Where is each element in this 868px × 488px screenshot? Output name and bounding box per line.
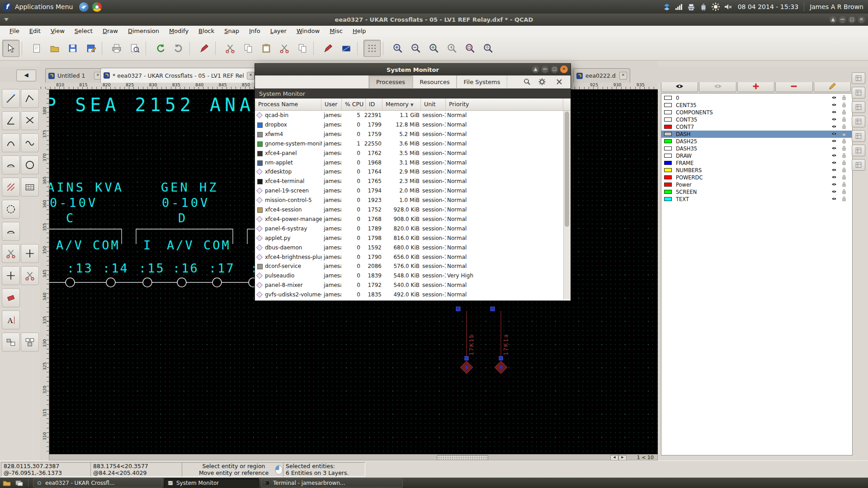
window-menu-icon[interactable] (3, 17, 9, 22)
dock-strip-button[interactable] (852, 116, 865, 127)
cross2-tool-button[interactable] (2, 266, 20, 285)
layer-visible-eye-icon[interactable] (831, 182, 838, 188)
column-header-user[interactable]: User (321, 99, 342, 110)
menu-select[interactable]: Select (70, 27, 98, 35)
menu-modify[interactable]: Modify (164, 27, 193, 35)
thunderbird-launcher-icon[interactable] (79, 2, 89, 12)
menu-dimension[interactable]: Dimension (123, 27, 164, 35)
scrollbar-thumb[interactable] (437, 455, 488, 460)
dock-strip-button[interactable] (852, 145, 865, 156)
menu-block[interactable]: Block (193, 27, 219, 35)
layer-visible-eye-icon[interactable] (831, 160, 838, 166)
column-header-memory[interactable]: Memory ▼ (382, 99, 421, 110)
layer-lock-icon[interactable] (841, 117, 847, 122)
layer-lock-icon[interactable] (841, 95, 847, 101)
save-as-button[interactable] (82, 40, 99, 57)
rect-grid-tool-button[interactable] (21, 178, 39, 197)
previous-view-button[interactable] (443, 40, 461, 57)
process-row[interactable]: panel-19-screenjamesarb017942.0 MiBsessi… (255, 186, 563, 196)
document-tab-3[interactable]: eea0222.dxf✕ (573, 68, 630, 83)
print-button[interactable] (108, 40, 125, 57)
pan-zoom-button[interactable] (480, 40, 497, 57)
redo-button[interactable] (170, 40, 187, 57)
process-row[interactable]: xfdesktopjamesarb017642.9 MiBsession-1.s… (255, 167, 563, 177)
circle-tool-button[interactable] (21, 155, 39, 174)
property-editor-button[interactable] (196, 40, 213, 57)
scroll-left-button[interactable]: ◀ (610, 455, 618, 460)
taskbar-button-2[interactable]: System Monitor (164, 478, 259, 488)
layer-row-text[interactable]: TEXT (661, 196, 852, 203)
system-monitor-window[interactable]: System Monitor ▲ — □ ✕ ProcessesResource… (255, 63, 571, 301)
sysmon-tab-processes[interactable]: Processes (368, 75, 413, 88)
layer-row-cent35[interactable]: CENT35 (661, 102, 852, 109)
layer-row-dash35[interactable]: DASH35 (661, 145, 852, 152)
layer-lock-icon[interactable] (841, 196, 847, 202)
qcad-maximize-button[interactable]: □ (848, 16, 856, 23)
sysmon-close-button[interactable]: ✕ (560, 66, 568, 73)
menu-info[interactable]: Info (244, 27, 265, 35)
menu-draw[interactable]: Draw (98, 27, 123, 35)
cut-button[interactable] (222, 40, 239, 57)
layer-lock-icon[interactable] (841, 131, 847, 137)
process-row[interactable]: panel-6-systrayjamesarb01789820.0 KiBses… (255, 224, 563, 234)
layer-lock-icon[interactable] (841, 153, 847, 159)
layer-visible-eye-icon[interactable] (831, 117, 838, 122)
menu-layer[interactable]: Layer (265, 27, 292, 35)
scroll-right-button[interactable]: ▶ (618, 455, 627, 460)
sysmon-tab-resources[interactable]: Resources (413, 75, 457, 88)
process-row[interactable]: pulseaudiojamesarb01839548.0 KiBsession-… (255, 271, 563, 281)
menu-help[interactable]: Help (348, 27, 371, 35)
dock-strip-button[interactable] (852, 72, 865, 84)
process-row[interactable]: dconf-servicejamesarb02086576.0 KiBsessi… (255, 262, 563, 271)
qcad-window-titlebar[interactable]: eea0327 - UKAR Crossflats - 05 - LV1 REF… (0, 14, 868, 26)
save-file-button[interactable] (64, 40, 81, 57)
network-signal-icon[interactable] (675, 3, 684, 11)
taskbar-button-1[interactable]: eea0327 - UKAR Crossfl... (33, 478, 162, 488)
printer-tray-icon[interactable] (687, 3, 696, 11)
process-row[interactable]: xfwm4jamesarb017595.2 MiBsession-1.sNorm… (255, 130, 563, 139)
process-row[interactable]: mission-control-5jamesarb019231.0 MiBses… (255, 196, 563, 205)
layer-row-power[interactable]: Power (661, 181, 852, 188)
volume-muted-icon[interactable] (723, 3, 732, 11)
sysmon-shade-button[interactable]: ▲ (532, 66, 539, 73)
file-manager-icon[interactable] (1, 479, 12, 487)
column-header-priority[interactable]: Priority (446, 99, 563, 110)
dock-strip-button[interactable] (852, 101, 865, 113)
process-row[interactable]: qcad-binjamesarb5223911.1 GiBsession-1.s… (255, 111, 563, 120)
process-row[interactable]: nm-appletjamesarb019683.1 MiBsession-1.s… (255, 158, 563, 168)
draw-pen-button[interactable] (320, 40, 337, 57)
layer-visible-eye-icon[interactable] (831, 174, 838, 180)
window-zoom-button[interactable] (462, 40, 479, 57)
column-header-cpu[interactable]: % CPU (342, 99, 366, 110)
layer-visible-eye-icon[interactable] (831, 131, 838, 137)
qcad-shade-button[interactable]: ▲ (829, 16, 837, 23)
sysmon-minimize-button[interactable]: — (541, 66, 549, 73)
layer-row-cont7[interactable]: CONT7 (661, 123, 852, 131)
block1-tool-button[interactable] (2, 333, 20, 352)
layer-row-cont35[interactable]: CONT35 (661, 116, 852, 123)
menu-view[interactable]: View (46, 27, 70, 35)
layer-visible-eye-icon[interactable] (831, 109, 838, 115)
clock[interactable]: 08 04 2014 - 15:33 (738, 3, 798, 10)
layer-row-numbers[interactable]: NUMBERS (661, 167, 852, 174)
process-row[interactable]: dbus-daemonjamesarb01592680.0 KiBsession… (255, 243, 563, 253)
menu-window[interactable]: Window (292, 27, 325, 35)
angle-line-tool-button[interactable] (2, 111, 20, 130)
dock-strip-button[interactable] (852, 87, 865, 99)
layer-visible-eye-icon[interactable] (831, 102, 838, 108)
zoom-in-button[interactable] (389, 40, 406, 57)
layer-lock-icon[interactable] (841, 189, 847, 195)
cut-red-tool-button[interactable] (2, 244, 20, 263)
eraser-tool-button[interactable] (2, 288, 20, 307)
process-row[interactable]: xfce4-power-managerjamesarb01768908.0 Ki… (255, 215, 563, 224)
polyline-tool-button[interactable] (21, 89, 39, 108)
process-row[interactable]: gvfs-udisks2-volume-monitcjamesarb018354… (255, 290, 563, 300)
layer-row-components[interactable]: COMPONENTS (661, 109, 852, 116)
layer-lock-icon[interactable] (841, 109, 847, 115)
cut2-red-tool-button[interactable] (21, 266, 39, 285)
document-tab-1[interactable]: Untitled 1✕ (45, 68, 105, 83)
qcad-minimize-button[interactable]: — (839, 16, 846, 23)
sysmon-maximize-button[interactable]: □ (551, 66, 558, 73)
process-row[interactable]: applet.pyjamesarb01798816.0 KiBsession-1… (255, 234, 563, 243)
zoom-out-button[interactable] (407, 40, 425, 57)
